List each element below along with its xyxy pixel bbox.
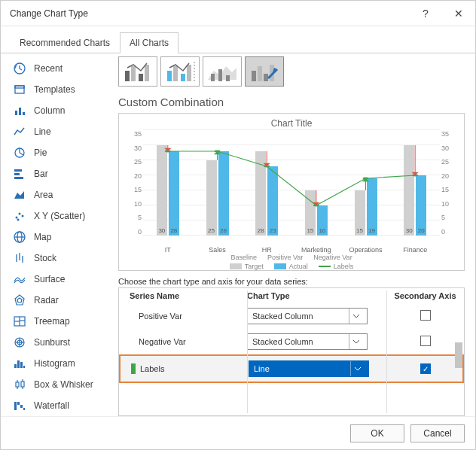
recent-icon	[13, 62, 26, 75]
chevron-down-icon	[350, 361, 364, 376]
sidebar-item-label: Bar	[34, 169, 48, 179]
combo-subtype-thumbs	[118, 56, 465, 87]
change-chart-type-dialog: Change Chart Type ? ✕ Recommended Charts…	[0, 0, 476, 450]
series-row-positive-var: Positive VarStacked Column	[119, 303, 464, 329]
svg-point-12	[19, 213, 21, 215]
surface-icon	[13, 272, 26, 286]
series-name: Labels	[140, 364, 164, 373]
svg-rect-53	[139, 74, 143, 81]
sidebar-item-radar[interactable]: Radar	[1, 290, 114, 311]
series-grid-header: Series Name Chart Type Secondary Axis	[119, 288, 464, 303]
title-buttons: ? ✕	[409, 1, 475, 26]
main-panel: Custom Combination Chart Title 353025201…	[114, 52, 475, 416]
sunburst-icon	[13, 336, 26, 349]
svg-marker-21	[15, 295, 24, 305]
sidebar-item-box-whisker[interactable]: Box & Whisker	[1, 374, 114, 395]
combo-subtype-1[interactable]	[118, 56, 157, 87]
titlebar: Change Chart Type ? ✕	[1, 1, 475, 26]
chart-type-select[interactable]: Line	[249, 360, 369, 377]
series-grid-scrollbar[interactable]	[455, 309, 462, 411]
svg-rect-43	[20, 405, 23, 408]
sidebar-item-label: Column	[34, 105, 65, 116]
combo-subtype-custom[interactable]	[245, 56, 284, 87]
sidebar-item-label: Recent	[34, 63, 63, 74]
radar-icon	[13, 293, 26, 307]
series-row-labels: LabelsLine✓	[119, 354, 464, 383]
sidebar-item-label: Treemap	[34, 316, 70, 327]
help-button[interactable]: ?	[409, 1, 442, 26]
combo-subtype-2[interactable]	[160, 56, 200, 87]
chart-preview[interactable]: Chart Title 35302520151050 3530252015105…	[118, 113, 465, 271]
sidebar-item-area[interactable]: Area	[1, 184, 114, 205]
sidebar-item-map[interactable]: Map	[1, 227, 114, 248]
svg-rect-5	[23, 112, 25, 115]
close-button[interactable]: ✕	[442, 1, 475, 26]
sidebar-item-label: Map	[34, 232, 51, 242]
svg-rect-61	[211, 74, 215, 81]
sidebar-item-recent[interactable]: Recent	[1, 58, 114, 79]
cancel-button[interactable]: Cancel	[410, 424, 465, 442]
sidebar-item-treemap[interactable]: Treemap	[1, 311, 114, 332]
sidebar-item-templates[interactable]: Templates	[1, 79, 114, 100]
window-title: Change Chart Type	[10, 8, 409, 19]
svg-rect-63	[226, 75, 230, 81]
dialog-footer: OK Cancel	[1, 416, 475, 449]
templates-icon	[13, 83, 26, 96]
svg-rect-9	[14, 177, 23, 179]
ok-button[interactable]: OK	[350, 424, 404, 442]
column-icon	[13, 104, 26, 117]
legend: BaselinePositive VarNegative Var TargetA…	[125, 254, 458, 270]
tab-recommended[interactable]: Recommended Charts	[10, 32, 120, 53]
chart-type-sidebar: RecentTemplatesColumnLinePieBarAreaX Y (…	[1, 52, 114, 416]
sidebar-item-label: Pie	[34, 147, 47, 158]
sidebar-item-histogram[interactable]: Histogram	[1, 353, 114, 374]
chevron-down-icon	[349, 309, 362, 324]
stock-icon	[13, 251, 26, 265]
secondary-axis-checkbox[interactable]	[420, 310, 431, 321]
chevron-down-icon	[349, 334, 362, 349]
sidebar-item-label: Surface	[34, 274, 65, 284]
secondary-axis-checkbox[interactable]	[420, 336, 431, 346]
sidebar-item-x-y-scatter-[interactable]: X Y (Scatter)	[1, 205, 114, 227]
line-icon	[13, 125, 26, 138]
sidebar-item-label: Sunburst	[34, 337, 70, 348]
bar-icon	[13, 167, 26, 181]
series-name: Negative Var	[139, 337, 186, 346]
x-y-scatter--icon	[13, 209, 26, 223]
svg-rect-7	[14, 169, 22, 172]
plot-area: 35302520151050 35302520151050 3028IT2528…	[143, 130, 440, 236]
chart-type-select[interactable]: Stacked Column	[247, 333, 368, 350]
svg-rect-58	[187, 65, 191, 81]
y-axis-right: 35302520151050	[441, 130, 456, 236]
svg-rect-2	[15, 86, 24, 88]
sidebar-item-pie[interactable]: Pie	[1, 142, 114, 163]
secondary-axis-checkbox[interactable]: ✓	[420, 363, 431, 374]
series-grid: Series Name Chart Type Secondary Axis Po…	[118, 287, 465, 416]
sidebar-item-sunburst[interactable]: Sunburst	[1, 332, 114, 353]
chart-title: Chart Title	[125, 118, 458, 129]
chart-type-select[interactable]: Stacked Column	[247, 308, 368, 324]
pie-icon	[13, 146, 26, 160]
tab-strip: Recommended Charts All Charts	[10, 32, 475, 53]
sidebar-item-bar[interactable]: Bar	[1, 163, 114, 184]
series-row-negative-var: Negative VarStacked Column	[119, 329, 464, 354]
svg-point-14	[17, 219, 20, 221]
svg-rect-56	[173, 66, 178, 81]
sidebar-item-label: Area	[34, 190, 53, 200]
sidebar-item-stock[interactable]: Stock	[1, 248, 114, 269]
svg-rect-41	[14, 402, 17, 410]
histogram-icon	[13, 357, 26, 370]
tab-all-charts[interactable]: All Charts	[120, 32, 178, 53]
svg-rect-54	[145, 65, 149, 81]
sidebar-item-column[interactable]: Column	[1, 100, 114, 121]
area-icon	[13, 188, 26, 202]
svg-rect-4	[19, 108, 21, 115]
sidebar-item-label: X Y (Scatter)	[34, 211, 85, 221]
series-name: Positive Var	[139, 312, 182, 321]
combo-subtype-3[interactable]	[203, 56, 242, 87]
section-title: Custom Combination	[118, 96, 465, 108]
sidebar-item-line[interactable]: Line	[1, 121, 114, 142]
sidebar-item-waterfall[interactable]: Waterfall	[1, 395, 114, 416]
sidebar-item-label: Radar	[34, 295, 59, 306]
sidebar-item-surface[interactable]: Surface	[1, 269, 114, 290]
